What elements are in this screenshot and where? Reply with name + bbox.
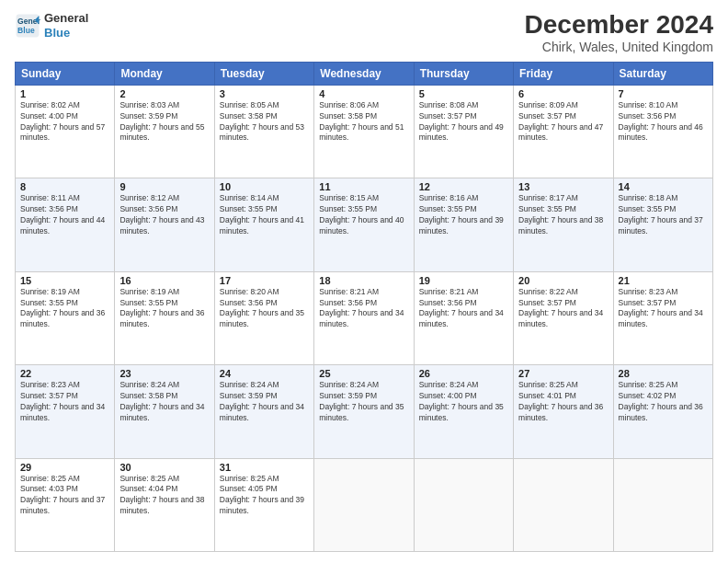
day-number: 1	[20, 88, 109, 99]
day-info: Sunrise: 8:25 AMSunset: 4:05 PMDaylight:…	[220, 474, 304, 516]
day-number: 29	[20, 462, 109, 473]
day-info: Sunrise: 8:25 AMSunset: 4:04 PMDaylight:…	[119, 474, 204, 516]
svg-text:Blue: Blue	[17, 25, 35, 34]
calendar-cell: 18Sunrise: 8:21 AMSunset: 3:56 PMDayligh…	[314, 271, 414, 364]
day-number: 26	[419, 368, 508, 379]
day-number: 18	[319, 275, 408, 286]
day-number: 30	[119, 462, 209, 473]
day-number: 23	[119, 368, 209, 379]
day-number: 24	[220, 368, 309, 379]
day-number: 15	[20, 275, 109, 286]
day-info: Sunrise: 8:22 AMSunset: 3:57 PMDaylight:…	[518, 287, 603, 329]
day-number: 10	[220, 181, 309, 192]
calendar-cell: 25Sunrise: 8:24 AMSunset: 3:59 PMDayligh…	[314, 365, 414, 458]
day-number: 31	[220, 462, 309, 473]
calendar-cell	[613, 458, 712, 551]
calendar-cell: 5Sunrise: 8:08 AMSunset: 3:57 PMDaylight…	[414, 85, 513, 178]
day-number: 5	[419, 88, 508, 99]
day-info: Sunrise: 8:17 AMSunset: 3:55 PMDaylight:…	[518, 193, 603, 236]
calendar-cell: 9Sunrise: 8:12 AMSunset: 3:56 PMDaylight…	[115, 178, 214, 271]
calendar-cell: 6Sunrise: 8:09 AMSunset: 3:57 PMDaylight…	[514, 85, 613, 178]
day-info: Sunrise: 8:08 AMSunset: 3:57 PMDaylight:…	[419, 100, 504, 143]
calendar-cell: 10Sunrise: 8:14 AMSunset: 3:55 PMDayligh…	[214, 178, 313, 271]
day-info: Sunrise: 8:12 AMSunset: 3:56 PMDaylight:…	[119, 193, 204, 236]
day-number: 27	[518, 368, 608, 379]
day-info: Sunrise: 8:21 AMSunset: 3:56 PMDaylight:…	[319, 287, 404, 329]
calendar-body: 1Sunrise: 8:02 AMSunset: 4:00 PMDaylight…	[16, 85, 713, 551]
calendar-cell: 27Sunrise: 8:25 AMSunset: 4:01 PMDayligh…	[514, 365, 613, 458]
day-number: 12	[419, 181, 508, 192]
main-title: December 2024	[525, 11, 713, 40]
day-info: Sunrise: 8:06 AMSunset: 3:58 PMDaylight:…	[319, 100, 404, 143]
calendar-cell: 23Sunrise: 8:24 AMSunset: 3:58 PMDayligh…	[115, 365, 214, 458]
logo: General Blue General Blue	[15, 11, 88, 40]
calendar-week-5: 29Sunrise: 8:25 AMSunset: 4:03 PMDayligh…	[16, 458, 713, 551]
day-info: Sunrise: 8:21 AMSunset: 3:56 PMDaylight:…	[419, 287, 504, 329]
calendar-cell: 19Sunrise: 8:21 AMSunset: 3:56 PMDayligh…	[414, 271, 513, 364]
day-header-saturday: Saturday	[613, 62, 712, 85]
calendar-week-2: 8Sunrise: 8:11 AMSunset: 3:56 PMDaylight…	[16, 178, 713, 271]
calendar-cell: 31Sunrise: 8:25 AMSunset: 4:05 PMDayligh…	[214, 458, 313, 551]
day-info: Sunrise: 8:16 AMSunset: 3:55 PMDaylight:…	[419, 193, 504, 236]
calendar-cell: 15Sunrise: 8:19 AMSunset: 3:55 PMDayligh…	[16, 271, 115, 364]
calendar-cell	[414, 458, 513, 551]
calendar-cell	[514, 458, 613, 551]
day-info: Sunrise: 8:14 AMSunset: 3:55 PMDaylight:…	[220, 193, 304, 236]
calendar-cell: 16Sunrise: 8:19 AMSunset: 3:55 PMDayligh…	[115, 271, 214, 364]
logo-text-2: Blue	[44, 26, 88, 40]
day-info: Sunrise: 8:19 AMSunset: 3:55 PMDaylight:…	[20, 287, 105, 329]
logo-icon: General Blue	[15, 13, 40, 39]
day-header-monday: Monday	[115, 62, 214, 85]
day-info: Sunrise: 8:23 AMSunset: 3:57 PMDaylight:…	[619, 287, 703, 329]
calendar-week-4: 22Sunrise: 8:23 AMSunset: 3:57 PMDayligh…	[16, 365, 713, 458]
calendar-cell	[314, 458, 414, 551]
calendar-cell: 21Sunrise: 8:23 AMSunset: 3:57 PMDayligh…	[613, 271, 712, 364]
calendar-cell: 28Sunrise: 8:25 AMSunset: 4:02 PMDayligh…	[613, 365, 712, 458]
day-header-sunday: Sunday	[16, 62, 115, 85]
day-header-thursday: Thursday	[414, 62, 513, 85]
day-number: 4	[319, 88, 408, 99]
day-number: 9	[119, 181, 209, 192]
page: General Blue General Blue December 2024 …	[0, 0, 728, 563]
day-info: Sunrise: 8:03 AMSunset: 3:59 PMDaylight:…	[119, 100, 204, 143]
day-number: 11	[319, 181, 408, 192]
calendar-cell: 2Sunrise: 8:03 AMSunset: 3:59 PMDaylight…	[115, 85, 214, 178]
day-info: Sunrise: 8:19 AMSunset: 3:55 PMDaylight:…	[119, 287, 204, 329]
day-info: Sunrise: 8:05 AMSunset: 3:58 PMDaylight:…	[220, 100, 304, 143]
day-number: 6	[518, 88, 608, 99]
calendar-cell: 13Sunrise: 8:17 AMSunset: 3:55 PMDayligh…	[514, 178, 613, 271]
subtitle: Chirk, Wales, United Kingdom	[525, 40, 713, 54]
day-number: 13	[518, 181, 608, 192]
title-block: December 2024 Chirk, Wales, United Kingd…	[525, 11, 713, 54]
calendar-week-3: 15Sunrise: 8:19 AMSunset: 3:55 PMDayligh…	[16, 271, 713, 364]
day-info: Sunrise: 8:23 AMSunset: 3:57 PMDaylight:…	[20, 380, 105, 422]
calendar-cell: 29Sunrise: 8:25 AMSunset: 4:03 PMDayligh…	[16, 458, 115, 551]
calendar-cell: 11Sunrise: 8:15 AMSunset: 3:55 PMDayligh…	[314, 178, 414, 271]
day-number: 8	[20, 181, 109, 192]
day-header-tuesday: Tuesday	[214, 62, 313, 85]
calendar-cell: 24Sunrise: 8:24 AMSunset: 3:59 PMDayligh…	[214, 365, 313, 458]
day-info: Sunrise: 8:11 AMSunset: 3:56 PMDaylight:…	[20, 193, 105, 236]
day-info: Sunrise: 8:24 AMSunset: 4:00 PMDaylight:…	[419, 380, 504, 422]
day-info: Sunrise: 8:24 AMSunset: 3:58 PMDaylight:…	[119, 380, 204, 422]
day-number: 16	[119, 275, 209, 286]
day-info: Sunrise: 8:15 AMSunset: 3:55 PMDaylight:…	[319, 193, 404, 236]
day-info: Sunrise: 8:18 AMSunset: 3:55 PMDaylight:…	[619, 193, 703, 236]
calendar-cell: 30Sunrise: 8:25 AMSunset: 4:04 PMDayligh…	[115, 458, 214, 551]
day-number: 7	[619, 88, 708, 99]
day-info: Sunrise: 8:09 AMSunset: 3:57 PMDaylight:…	[518, 100, 603, 143]
day-number: 21	[619, 275, 708, 286]
day-number: 22	[20, 368, 109, 379]
calendar-cell: 8Sunrise: 8:11 AMSunset: 3:56 PMDaylight…	[16, 178, 115, 271]
calendar-cell: 26Sunrise: 8:24 AMSunset: 4:00 PMDayligh…	[414, 365, 513, 458]
calendar-cell: 14Sunrise: 8:18 AMSunset: 3:55 PMDayligh…	[613, 178, 712, 271]
day-number: 25	[319, 368, 408, 379]
day-header-wednesday: Wednesday	[314, 62, 414, 85]
day-info: Sunrise: 8:25 AMSunset: 4:03 PMDaylight:…	[20, 474, 105, 516]
calendar-cell: 17Sunrise: 8:20 AMSunset: 3:56 PMDayligh…	[214, 271, 313, 364]
calendar-table: SundayMondayTuesdayWednesdayThursdayFrid…	[15, 62, 713, 552]
day-info: Sunrise: 8:24 AMSunset: 3:59 PMDaylight:…	[220, 380, 304, 422]
day-info: Sunrise: 8:02 AMSunset: 4:00 PMDaylight:…	[20, 100, 105, 143]
day-header-friday: Friday	[514, 62, 613, 85]
calendar-cell: 20Sunrise: 8:22 AMSunset: 3:57 PMDayligh…	[514, 271, 613, 364]
